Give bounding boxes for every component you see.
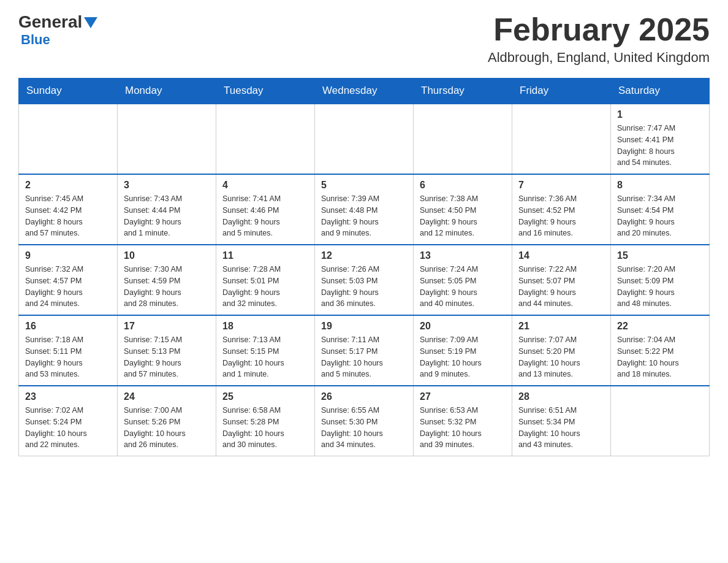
day-number: 6 bbox=[420, 180, 506, 191]
calendar-cell bbox=[118, 104, 216, 174]
day-number: 25 bbox=[222, 391, 308, 402]
day-info: Sunrise: 7:45 AM Sunset: 4:42 PM Dayligh… bbox=[25, 193, 111, 239]
calendar-cell: 27Sunrise: 6:53 AM Sunset: 5:32 PM Dayli… bbox=[414, 386, 512, 456]
day-info: Sunrise: 7:39 AM Sunset: 4:48 PM Dayligh… bbox=[321, 193, 407, 239]
calendar-cell bbox=[19, 104, 118, 174]
day-info: Sunrise: 7:22 AM Sunset: 5:07 PM Dayligh… bbox=[518, 264, 604, 310]
day-info: Sunrise: 7:38 AM Sunset: 4:50 PM Dayligh… bbox=[420, 193, 506, 239]
calendar-cell: 2Sunrise: 7:45 AM Sunset: 4:42 PM Daylig… bbox=[19, 174, 118, 245]
calendar-cell: 22Sunrise: 7:04 AM Sunset: 5:22 PM Dayli… bbox=[611, 315, 710, 386]
calendar-cell: 12Sunrise: 7:26 AM Sunset: 5:03 PM Dayli… bbox=[315, 245, 414, 315]
day-info: Sunrise: 7:00 AM Sunset: 5:26 PM Dayligh… bbox=[124, 405, 210, 451]
logo-general-text: General bbox=[18, 12, 82, 32]
day-number: 4 bbox=[222, 180, 308, 191]
day-info: Sunrise: 7:09 AM Sunset: 5:19 PM Dayligh… bbox=[420, 334, 506, 380]
day-number: 21 bbox=[518, 321, 604, 332]
day-info: Sunrise: 7:04 AM Sunset: 5:22 PM Dayligh… bbox=[617, 334, 703, 380]
day-number: 10 bbox=[124, 250, 210, 261]
day-number: 12 bbox=[321, 250, 407, 261]
logo: General Blue bbox=[18, 12, 97, 48]
day-number: 24 bbox=[124, 391, 210, 402]
calendar-cell: 8Sunrise: 7:34 AM Sunset: 4:54 PM Daylig… bbox=[611, 174, 710, 245]
calendar-cell: 19Sunrise: 7:11 AM Sunset: 5:17 PM Dayli… bbox=[315, 315, 414, 386]
day-number: 8 bbox=[617, 180, 703, 191]
calendar-cell: 24Sunrise: 7:00 AM Sunset: 5:26 PM Dayli… bbox=[118, 386, 216, 456]
calendar-cell: 11Sunrise: 7:28 AM Sunset: 5:01 PM Dayli… bbox=[216, 245, 315, 315]
day-of-week-header: Tuesday bbox=[216, 79, 315, 104]
day-info: Sunrise: 7:20 AM Sunset: 5:09 PM Dayligh… bbox=[617, 264, 703, 310]
title-area: February 2025 Aldbrough, England, United… bbox=[488, 12, 710, 66]
day-number: 9 bbox=[25, 250, 111, 261]
calendar-cell: 1Sunrise: 7:47 AM Sunset: 4:41 PM Daylig… bbox=[611, 104, 710, 174]
day-number: 14 bbox=[518, 250, 604, 261]
day-info: Sunrise: 7:15 AM Sunset: 5:13 PM Dayligh… bbox=[124, 334, 210, 380]
week-row: 23Sunrise: 7:02 AM Sunset: 5:24 PM Dayli… bbox=[19, 386, 710, 456]
day-of-week-header: Monday bbox=[118, 79, 216, 104]
week-row: 9Sunrise: 7:32 AM Sunset: 4:57 PM Daylig… bbox=[19, 245, 710, 315]
day-of-week-header: Wednesday bbox=[315, 79, 414, 104]
calendar-cell bbox=[216, 104, 315, 174]
week-row: 16Sunrise: 7:18 AM Sunset: 5:11 PM Dayli… bbox=[19, 315, 710, 386]
day-info: Sunrise: 7:32 AM Sunset: 4:57 PM Dayligh… bbox=[25, 264, 111, 310]
day-info: Sunrise: 6:53 AM Sunset: 5:32 PM Dayligh… bbox=[420, 405, 506, 451]
day-info: Sunrise: 7:13 AM Sunset: 5:15 PM Dayligh… bbox=[222, 334, 308, 380]
day-info: Sunrise: 7:28 AM Sunset: 5:01 PM Dayligh… bbox=[222, 264, 308, 310]
day-number: 11 bbox=[222, 250, 308, 261]
day-info: Sunrise: 7:34 AM Sunset: 4:54 PM Dayligh… bbox=[617, 193, 703, 239]
day-of-week-header: Saturday bbox=[611, 79, 710, 104]
svg-marker-0 bbox=[84, 17, 97, 28]
day-info: Sunrise: 7:36 AM Sunset: 4:52 PM Dayligh… bbox=[518, 193, 604, 239]
calendar-cell: 13Sunrise: 7:24 AM Sunset: 5:05 PM Dayli… bbox=[414, 245, 512, 315]
day-info: Sunrise: 7:24 AM Sunset: 5:05 PM Dayligh… bbox=[420, 264, 506, 310]
day-info: Sunrise: 7:02 AM Sunset: 5:24 PM Dayligh… bbox=[25, 405, 111, 451]
day-info: Sunrise: 7:07 AM Sunset: 5:20 PM Dayligh… bbox=[518, 334, 604, 380]
day-info: Sunrise: 7:47 AM Sunset: 4:41 PM Dayligh… bbox=[617, 123, 703, 169]
day-of-week-header: Sunday bbox=[19, 79, 118, 104]
day-info: Sunrise: 7:43 AM Sunset: 4:44 PM Dayligh… bbox=[124, 193, 210, 239]
day-info: Sunrise: 7:11 AM Sunset: 5:17 PM Dayligh… bbox=[321, 334, 407, 380]
day-number: 13 bbox=[420, 250, 506, 261]
week-row: 1Sunrise: 7:47 AM Sunset: 4:41 PM Daylig… bbox=[19, 104, 710, 174]
day-info: Sunrise: 6:51 AM Sunset: 5:34 PM Dayligh… bbox=[518, 405, 604, 451]
calendar-cell: 4Sunrise: 7:41 AM Sunset: 4:46 PM Daylig… bbox=[216, 174, 315, 245]
calendar-cell: 10Sunrise: 7:30 AM Sunset: 4:59 PM Dayli… bbox=[118, 245, 216, 315]
day-number: 1 bbox=[617, 109, 703, 120]
calendar-cell bbox=[512, 104, 611, 174]
day-info: Sunrise: 7:26 AM Sunset: 5:03 PM Dayligh… bbox=[321, 264, 407, 310]
day-info: Sunrise: 6:58 AM Sunset: 5:28 PM Dayligh… bbox=[222, 405, 308, 451]
calendar-cell: 9Sunrise: 7:32 AM Sunset: 4:57 PM Daylig… bbox=[19, 245, 118, 315]
day-number: 16 bbox=[25, 321, 111, 332]
calendar-cell: 16Sunrise: 7:18 AM Sunset: 5:11 PM Dayli… bbox=[19, 315, 118, 386]
day-info: Sunrise: 6:55 AM Sunset: 5:30 PM Dayligh… bbox=[321, 405, 407, 451]
calendar-cell: 6Sunrise: 7:38 AM Sunset: 4:50 PM Daylig… bbox=[414, 174, 512, 245]
day-number: 26 bbox=[321, 391, 407, 402]
day-number: 3 bbox=[124, 180, 210, 191]
day-number: 5 bbox=[321, 180, 407, 191]
calendar-cell bbox=[414, 104, 512, 174]
day-number: 22 bbox=[617, 321, 703, 332]
calendar-cell: 23Sunrise: 7:02 AM Sunset: 5:24 PM Dayli… bbox=[19, 386, 118, 456]
calendar-cell: 5Sunrise: 7:39 AM Sunset: 4:48 PM Daylig… bbox=[315, 174, 414, 245]
calendar-cell: 21Sunrise: 7:07 AM Sunset: 5:20 PM Dayli… bbox=[512, 315, 611, 386]
day-number: 17 bbox=[124, 321, 210, 332]
logo-blue-text: Blue bbox=[21, 32, 50, 48]
calendar-cell bbox=[315, 104, 414, 174]
day-info: Sunrise: 7:30 AM Sunset: 4:59 PM Dayligh… bbox=[124, 264, 210, 310]
calendar-cell: 14Sunrise: 7:22 AM Sunset: 5:07 PM Dayli… bbox=[512, 245, 611, 315]
location: Aldbrough, England, United Kingdom bbox=[488, 50, 710, 66]
calendar-table: SundayMondayTuesdayWednesdayThursdayFrid… bbox=[18, 78, 710, 456]
month-title: February 2025 bbox=[488, 12, 710, 47]
day-info: Sunrise: 7:18 AM Sunset: 5:11 PM Dayligh… bbox=[25, 334, 111, 380]
day-number: 23 bbox=[25, 391, 111, 402]
day-number: 20 bbox=[420, 321, 506, 332]
day-of-week-header: Thursday bbox=[414, 79, 512, 104]
day-of-week-header: Friday bbox=[512, 79, 611, 104]
calendar-cell: 15Sunrise: 7:20 AM Sunset: 5:09 PM Dayli… bbox=[611, 245, 710, 315]
page-header: General Blue February 2025 Aldbrough, En… bbox=[18, 12, 710, 66]
calendar-cell: 28Sunrise: 6:51 AM Sunset: 5:34 PM Dayli… bbox=[512, 386, 611, 456]
day-number: 2 bbox=[25, 180, 111, 191]
day-number: 19 bbox=[321, 321, 407, 332]
calendar-header-row: SundayMondayTuesdayWednesdayThursdayFrid… bbox=[19, 79, 710, 104]
day-number: 7 bbox=[518, 180, 604, 191]
calendar-cell: 17Sunrise: 7:15 AM Sunset: 5:13 PM Dayli… bbox=[118, 315, 216, 386]
